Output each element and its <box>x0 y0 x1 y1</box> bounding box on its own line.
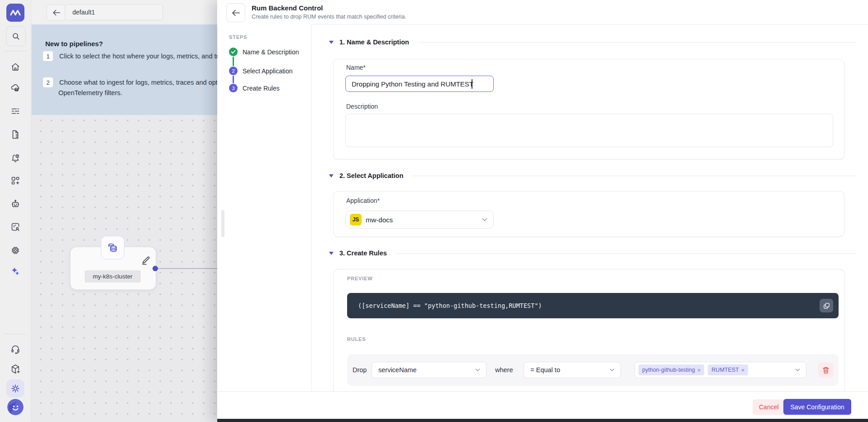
help-panel-title: New to pipelines? <box>45 40 103 48</box>
back-button[interactable] <box>47 5 66 21</box>
copy-button[interactable] <box>820 299 833 312</box>
search-button[interactable] <box>6 26 26 46</box>
application-value: mw-docs <box>366 216 393 224</box>
section-1-title: 1. Name & Description <box>339 38 409 46</box>
sidebar-item-rum[interactable] <box>10 221 21 232</box>
step-2-text-line1: Choose what to ingest for logs, metrics,… <box>59 79 219 86</box>
help-step-1: 1 Click to select the host where your lo… <box>43 51 222 62</box>
sidebar-divider-top <box>5 51 26 51</box>
sidebar-divider-bottom <box>5 334 26 334</box>
sidebar-item-support[interactable] <box>10 344 21 355</box>
rule-operator-select[interactable]: = Equal to <box>524 362 621 378</box>
delete-rule-button[interactable] <box>818 362 834 378</box>
drawer-back-button[interactable] <box>226 3 245 22</box>
package-plus-icon <box>10 364 21 374</box>
rule-row: Drop serviceName where = Equal to python… <box>347 354 839 386</box>
page-scrollbar[interactable] <box>221 210 224 237</box>
sidebar-item-logs[interactable] <box>10 106 21 117</box>
sidebar-item-alerts[interactable] <box>10 153 21 163</box>
description-label: Description <box>346 103 378 110</box>
rule-conjunction-label: where <box>495 354 513 386</box>
rule-operator-value: = Equal to <box>530 366 560 374</box>
cloud-database-icon <box>10 82 21 93</box>
tab-label: default1 <box>72 9 95 16</box>
section-2-title: 2. Select Application <box>339 172 403 179</box>
chip-icon <box>10 245 21 256</box>
collapse-caret-icon[interactable] <box>329 252 334 255</box>
collapse-caret-icon[interactable] <box>329 41 334 44</box>
sidebar-item-settings[interactable] <box>6 379 24 398</box>
section-2-header: 2. Select Application <box>329 172 857 180</box>
chevron-down-icon <box>482 218 487 221</box>
app-sidebar <box>0 0 31 422</box>
sidebar-item-processor[interactable] <box>10 245 21 256</box>
arrow-left-icon <box>232 10 240 16</box>
save-configuration-button[interactable]: Save Configuration <box>783 399 851 415</box>
rule-field-value: serviceName <box>378 366 417 374</box>
name-description-card: Name* Description <box>333 59 844 159</box>
user-avatar[interactable] <box>7 399 24 415</box>
drawer-footer: Cancel Save Configuration <box>217 391 868 419</box>
gear-icon <box>10 383 21 394</box>
robot-icon <box>10 198 21 209</box>
chevron-down-icon <box>795 369 800 372</box>
rum-backend-control-drawer: Rum Backend Control Create rules to drop… <box>217 0 868 422</box>
step-2-badge: 2 <box>43 77 53 88</box>
rule-values-multiselect[interactable]: python-github-testing × RUMTEST × <box>634 362 806 378</box>
sidebar-item-bot[interactable] <box>10 198 21 209</box>
check-icon <box>231 50 236 54</box>
edge-connector <box>158 268 217 269</box>
pencil-icon <box>140 254 152 266</box>
sidebar-item-home[interactable] <box>10 62 21 72</box>
step-1-badge: 1 <box>43 51 53 62</box>
section-3-header: 3. Create Rules <box>329 249 857 257</box>
cancel-button[interactable]: Cancel <box>753 399 785 415</box>
chip-remove-icon[interactable]: × <box>741 367 745 374</box>
edge-handle[interactable] <box>153 266 158 271</box>
section-1-header: 1. Name & Description <box>329 38 857 46</box>
application-select[interactable]: JS mw-docs <box>345 211 494 229</box>
preview-label: PREVIEW <box>347 276 372 281</box>
database-stack-icon <box>106 242 119 254</box>
value-chip: python-github-testing × <box>639 364 704 375</box>
pipeline-tab[interactable]: default1 <box>65 4 163 20</box>
home-icon <box>10 62 21 72</box>
select-application-card: Application* JS mw-docs <box>333 191 844 237</box>
drawer-header: Rum Backend Control Create rules to drop… <box>217 0 868 25</box>
description-textarea[interactable] <box>345 114 833 147</box>
steps-heading: STEPS <box>229 34 247 40</box>
edit-node-button[interactable] <box>140 254 152 266</box>
chip-text: RUMTEST <box>711 367 739 373</box>
sidebar-item-infrastructure[interactable] <box>10 82 21 93</box>
chip-remove-icon[interactable]: × <box>697 367 701 374</box>
text-cursor <box>472 79 472 89</box>
value-chip: RUMTEST × <box>708 364 748 375</box>
ai-sparkle-icon <box>10 266 21 277</box>
section-divider <box>412 176 857 176</box>
sidebar-item-integrations[interactable] <box>10 364 21 374</box>
sidebar-item-reports[interactable] <box>10 129 21 140</box>
node-type-badge <box>101 236 124 259</box>
node-label: my-k8s-cluster <box>85 270 141 283</box>
section-divider <box>396 253 857 254</box>
chip-text: python-github-testing <box>642 367 695 373</box>
javascript-badge: JS <box>350 214 362 225</box>
step-item-name-description[interactable]: Name & Description <box>243 48 299 56</box>
sidebar-item-dashboards[interactable] <box>10 175 21 186</box>
rules-label: RULES <box>347 336 366 342</box>
bell-alert-icon <box>10 153 21 163</box>
rule-preview-code: ([serviceName] == "python-github-testing… <box>358 293 542 318</box>
rule-field-select[interactable]: serviceName <box>372 362 486 378</box>
step-3-circle: 3 <box>229 84 238 92</box>
name-label: Name* <box>346 64 366 71</box>
log-lines-icon <box>10 106 21 117</box>
middleware-logo[interactable] <box>6 4 24 22</box>
step-item-create-rules[interactable]: Create Rules <box>243 85 280 92</box>
section-3-title: 3. Create Rules <box>339 249 387 257</box>
step-item-select-application[interactable]: Select Application <box>243 67 293 75</box>
rule-action-label: Drop <box>353 354 367 386</box>
document-icon <box>10 129 21 140</box>
sidebar-item-ai[interactable] <box>10 266 21 277</box>
chevron-down-icon <box>475 369 480 372</box>
collapse-caret-icon[interactable] <box>329 174 334 177</box>
